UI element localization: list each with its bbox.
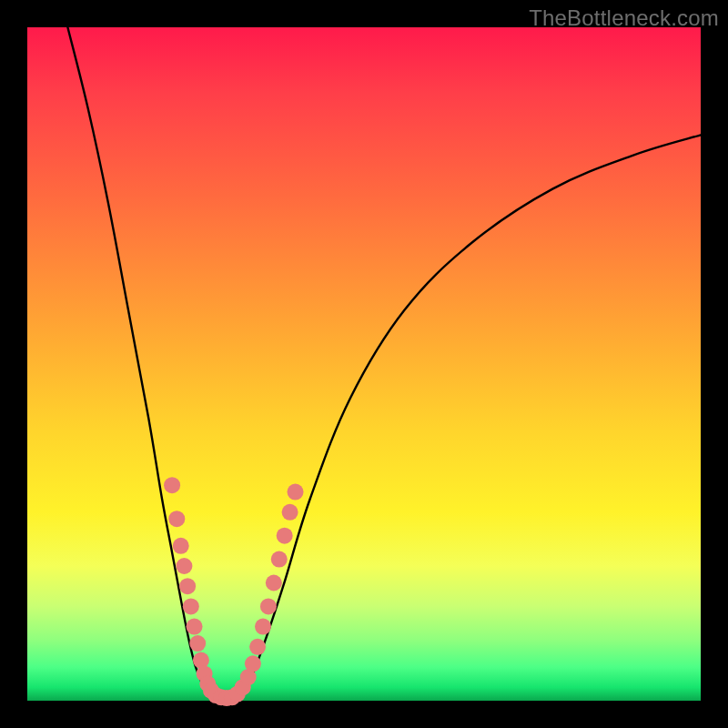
watermark-text: TheBottleneck.com xyxy=(529,5,719,31)
data-marker xyxy=(164,477,180,493)
curve-group xyxy=(67,27,701,699)
plot-area xyxy=(27,27,701,701)
data-marker xyxy=(245,655,261,672)
data-marker xyxy=(168,511,185,527)
data-marker xyxy=(189,635,206,652)
data-marker xyxy=(249,639,266,655)
data-marker xyxy=(187,619,203,635)
data-marker xyxy=(260,598,277,614)
data-marker xyxy=(173,538,189,554)
data-marker xyxy=(288,484,304,500)
outer-frame: TheBottleneck.com xyxy=(0,0,728,728)
chart-svg xyxy=(27,27,701,701)
data-marker xyxy=(179,578,196,594)
data-marker xyxy=(183,598,199,614)
data-marker xyxy=(271,551,288,568)
curve-left-curve xyxy=(67,27,216,697)
data-marker xyxy=(277,528,293,544)
data-marker xyxy=(176,558,192,574)
curve-right-curve xyxy=(236,135,701,697)
data-marker xyxy=(255,619,271,635)
data-marker xyxy=(266,575,282,592)
data-marker xyxy=(282,504,298,521)
